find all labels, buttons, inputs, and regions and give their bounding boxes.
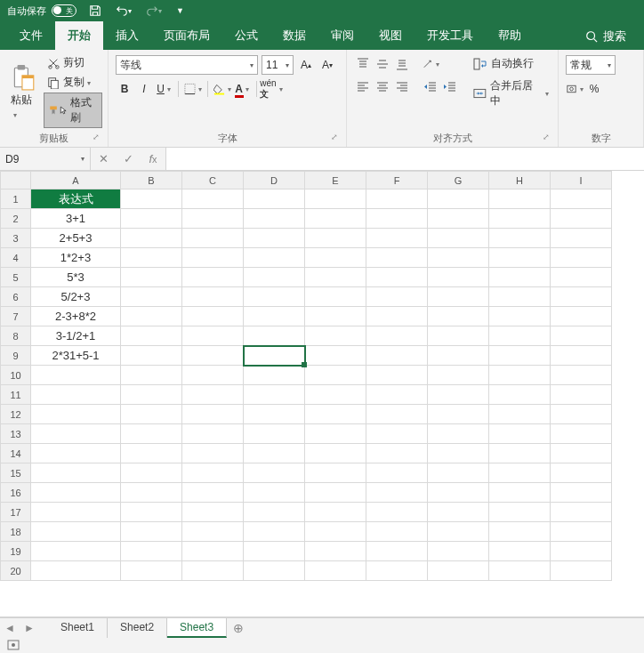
font-color-button[interactable]: A <box>233 80 251 98</box>
align-right-icon[interactable] <box>393 78 411 96</box>
tab-公式[interactable]: 公式 <box>222 21 270 50</box>
align-middle-icon[interactable] <box>374 55 391 73</box>
cell-C7[interactable] <box>182 307 244 326</box>
cell-D18[interactable] <box>244 522 305 542</box>
cell-D7[interactable] <box>244 307 305 326</box>
cell-A16[interactable] <box>31 483 121 503</box>
cell-F7[interactable] <box>366 307 428 326</box>
col-header-H[interactable]: H <box>489 172 551 189</box>
cell-A7[interactable]: 2-3+8*2 <box>31 307 121 326</box>
cell-H17[interactable] <box>489 503 551 522</box>
col-header-D[interactable]: D <box>244 172 305 189</box>
cell-C8[interactable] <box>182 326 244 346</box>
cell-F4[interactable] <box>366 248 428 268</box>
cell-E10[interactable] <box>305 366 366 385</box>
decrease-indent-icon[interactable] <box>422 78 439 96</box>
cell-H10[interactable] <box>489 366 551 385</box>
col-header-B[interactable]: B <box>121 172 182 189</box>
sheet-tab-Sheet2[interactable]: Sheet2 <box>108 618 167 638</box>
cell-B19[interactable] <box>121 542 182 561</box>
sheet-nav-next-icon[interactable]: ► <box>20 622 39 634</box>
cell-G19[interactable] <box>428 542 489 561</box>
format-painter-button[interactable]: 格式刷 <box>44 93 102 128</box>
cell-I7[interactable] <box>551 307 612 326</box>
row-header-5[interactable]: 5 <box>1 268 31 287</box>
cell-D8[interactable] <box>244 326 305 346</box>
cell-I3[interactable] <box>551 229 612 248</box>
cell-E19[interactable] <box>305 542 366 561</box>
col-header-I[interactable]: I <box>551 172 612 189</box>
cancel-formula-icon[interactable]: ✕ <box>91 152 116 165</box>
phonetic-button[interactable]: wén文 <box>262 80 280 98</box>
cell-I18[interactable] <box>551 522 612 542</box>
cell-G9[interactable] <box>428 346 489 366</box>
clipboard-launcher-icon[interactable]: ⤢ <box>90 133 102 145</box>
cell-D13[interactable] <box>244 424 305 444</box>
cell-E6[interactable] <box>305 287 366 307</box>
row-header-11[interactable]: 11 <box>1 385 31 405</box>
align-left-icon[interactable] <box>354 78 372 96</box>
cell-G20[interactable] <box>428 561 489 581</box>
cell-D1[interactable] <box>244 189 305 209</box>
font-size-combo[interactable]: 11▾ <box>262 55 294 75</box>
cell-H15[interactable] <box>489 463 551 483</box>
bold-button[interactable]: B <box>116 80 133 98</box>
cell-E4[interactable] <box>305 248 366 268</box>
cell-B8[interactable] <box>121 326 182 346</box>
number-format-combo[interactable]: 常规▾ <box>566 55 616 75</box>
cell-A4[interactable]: 1*2+3 <box>31 248 121 268</box>
cell-G1[interactable] <box>428 189 489 209</box>
italic-button[interactable]: I <box>135 80 153 98</box>
col-header-C[interactable]: C <box>182 172 244 189</box>
save-icon[interactable] <box>87 3 103 19</box>
increase-indent-icon[interactable] <box>441 78 459 96</box>
cell-I2[interactable] <box>551 209 612 229</box>
cell-C18[interactable] <box>182 522 244 542</box>
cell-C15[interactable] <box>182 463 244 483</box>
cell-D4[interactable] <box>244 248 305 268</box>
merge-center-button[interactable]: 合并后居中 <box>470 76 552 111</box>
row-header-20[interactable]: 20 <box>1 561 31 581</box>
tab-开始[interactable]: 开始 <box>55 21 103 50</box>
undo-icon[interactable]: ▾ <box>114 3 133 19</box>
wrap-text-button[interactable]: 自动换行 <box>470 53 552 74</box>
cell-I20[interactable] <box>551 561 612 581</box>
tab-页面布局[interactable]: 页面布局 <box>151 21 222 50</box>
align-top-icon[interactable] <box>354 55 372 73</box>
cell-G3[interactable] <box>428 229 489 248</box>
row-header-17[interactable]: 17 <box>1 503 31 522</box>
cell-B20[interactable] <box>121 561 182 581</box>
cell-C13[interactable] <box>182 424 244 444</box>
cell-F3[interactable] <box>366 229 428 248</box>
cell-I4[interactable] <box>551 248 612 268</box>
cell-C6[interactable] <box>182 287 244 307</box>
increase-font-icon[interactable]: A▴ <box>297 56 315 74</box>
row-header-13[interactable]: 13 <box>1 424 31 444</box>
cell-E9[interactable] <box>305 346 366 366</box>
cell-E1[interactable] <box>305 189 366 209</box>
cell-F16[interactable] <box>366 483 428 503</box>
cell-C17[interactable] <box>182 503 244 522</box>
cell-E20[interactable] <box>305 561 366 581</box>
row-header-19[interactable]: 19 <box>1 542 31 561</box>
cell-F6[interactable] <box>366 287 428 307</box>
font-launcher-icon[interactable]: ⤢ <box>328 133 341 145</box>
cell-C2[interactable] <box>182 209 244 229</box>
cell-E12[interactable] <box>305 405 366 424</box>
cell-F5[interactable] <box>366 268 428 287</box>
row-header-7[interactable]: 7 <box>1 307 31 326</box>
cell-D20[interactable] <box>244 561 305 581</box>
paste-button[interactable]: 粘贴 <box>5 53 40 130</box>
cell-C1[interactable] <box>182 189 244 209</box>
row-header-14[interactable]: 14 <box>1 444 31 463</box>
row-header-3[interactable]: 3 <box>1 229 31 248</box>
cell-F18[interactable] <box>366 522 428 542</box>
cell-G16[interactable] <box>428 483 489 503</box>
cell-C19[interactable] <box>182 542 244 561</box>
tab-文件[interactable]: 文件 <box>7 21 55 50</box>
font-name-combo[interactable]: 等线▾ <box>116 55 258 75</box>
cell-I14[interactable] <box>551 444 612 463</box>
cell-A8[interactable]: 3-1/2+1 <box>31 326 121 346</box>
cell-A12[interactable] <box>31 405 121 424</box>
select-all-corner[interactable] <box>1 172 31 189</box>
